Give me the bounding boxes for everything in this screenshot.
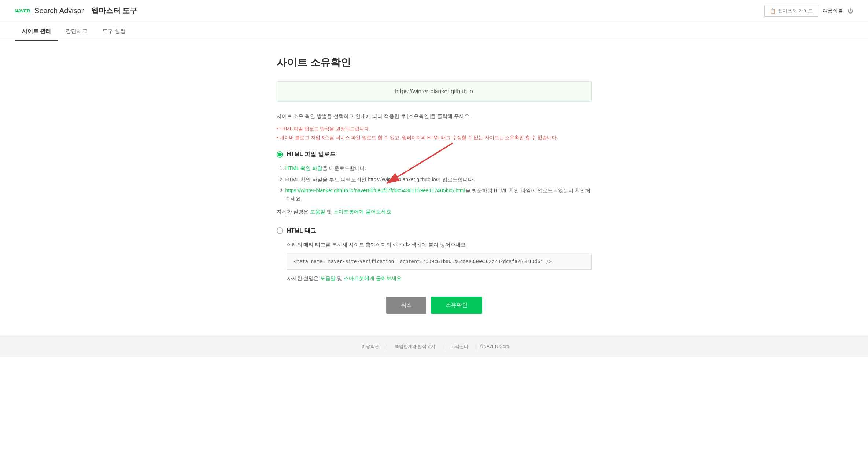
tab-quick-check[interactable]: 간단체크 (58, 22, 95, 41)
html-file-help: 자세한 설명은 도움말 및 스마트봇에게 물어보세요 (277, 209, 592, 215)
guide-icon: 📋 (770, 8, 776, 14)
tab-site-management[interactable]: 사이트 관리 (15, 22, 58, 41)
site-url-box: https://winter-blanket.github.io (277, 81, 592, 102)
html-file-radio[interactable] (277, 151, 283, 158)
html-file-upload-section: HTML 파일 업로드 HTML 확인 파일을 다운로드합니다. HTML 확인… (277, 150, 592, 215)
notice-item-2: • 네이버 블로그 자입 &스팀 서비스 파일 업로드 할 수 없고, 웹페이지… (277, 133, 592, 142)
html-file-steps: HTML 확인 파일을 다운로드합니다. HTML 확인 파일을 루트 디렉토리… (277, 164, 592, 203)
help-link-1[interactable]: 도움말 (310, 209, 325, 215)
step-3: https://winter-blanket.github.io/naver80… (285, 186, 592, 203)
footer-divider-2: │ (442, 344, 444, 349)
description: 사이트 소유 확인 방법을 선택하고 안내에 따라 적용한 후 [소유확인]을 … (277, 112, 592, 120)
main-content: 사이트 소유확인 https://winter-blanket.github.i… (269, 41, 599, 336)
tab-tool-settings[interactable]: 도구 설정 (95, 22, 133, 41)
webmaster-guide-button[interactable]: 📋 웹마스터 가이드 (764, 5, 818, 17)
html-file-header: HTML 파일 업로드 (277, 150, 592, 158)
verification-url-link[interactable]: https://winter-blanket.github.io/naver80… (285, 187, 465, 193)
page-title: 사이트 소유확인 (277, 56, 592, 70)
html-tag-header: HTML 태그 (277, 227, 592, 235)
logout-icon[interactable]: ⏻ (847, 8, 853, 14)
html-tag-radio[interactable] (277, 227, 283, 234)
guide-label: 웹마스터 가이드 (778, 8, 813, 14)
meta-tag-box[interactable]: <meta name="naver-site-verification" con… (287, 253, 592, 270)
smartbot-link-2[interactable]: 스마트봇에게 물어보세요 (344, 275, 402, 281)
smartbot-link-1[interactable]: 스마트봇에게 물어보세요 (333, 209, 391, 215)
brand: NAVER Search Advisor 웹마스터 도구 (15, 6, 137, 16)
html-file-title: HTML 파일 업로드 (287, 150, 336, 158)
html-tag-description: 아래의 메타 태그를 복사해 사이트 홈페이지의 <head> 섹션에 붙여 넣… (287, 241, 592, 249)
help-link-2[interactable]: 도움말 (320, 275, 336, 281)
step-2: HTML 확인 파일을 루트 디렉토리인 https://winter-blan… (285, 175, 592, 183)
footer-copyright: ©NAVER Corp. (480, 344, 510, 349)
footer-customer-link[interactable]: 고객센터 (451, 344, 468, 349)
header: NAVER Search Advisor 웹마스터 도구 📋 웹마스터 가이드 … (0, 0, 868, 22)
footer-divider-1: │ (385, 344, 388, 349)
html-tag-title: HTML 태그 (287, 227, 317, 235)
footer: 이용약관 │ 책임한계와 법적고지 │ 고객센터 │ ©NAVER Corp. (0, 336, 868, 357)
cancel-button[interactable]: 취소 (386, 297, 426, 314)
footer-divider-3: │ (475, 344, 478, 349)
html-file-section: HTML 파일 업로드 HTML 확인 파일을 다운로드합니다. HTML 확인… (277, 150, 592, 215)
verify-button[interactable]: 소유확인 (431, 297, 482, 314)
nav-tabs: 사이트 관리 간단체크 도구 설정 (0, 22, 868, 41)
search-advisor-label: Search Advisor (34, 7, 84, 15)
button-row: 취소 소유확인 (277, 297, 592, 314)
footer-legal-link[interactable]: 책임한계와 법적고지 (395, 344, 435, 349)
header-right: 📋 웹마스터 가이드 여름이블 ⏻ (764, 5, 853, 17)
step-1: HTML 확인 파일을 다운로드합니다. (285, 164, 592, 172)
html-tag-section: HTML 태그 아래의 메타 태그를 복사해 사이트 홈페이지의 <head> … (277, 227, 592, 282)
footer-terms-link[interactable]: 이용약관 (362, 344, 379, 349)
user-name: 여름이블 (823, 8, 843, 14)
webmaster-tools-label: 웹마스터 도구 (91, 6, 137, 16)
notice-list: • HTML 파일 업로드 방식을 권장해드립니다. • 네이버 블로그 자입 … (277, 124, 592, 142)
html-tag-help: 자세한 설명은 도움말 및 스마트봇에게 물어보세요 (287, 275, 592, 282)
naver-logo: NAVER (15, 8, 30, 14)
html-confirm-file-link[interactable]: HTML 확인 파일 (285, 165, 322, 171)
notice-item-1: • HTML 파일 업로드 방식을 권장해드립니다. (277, 124, 592, 133)
